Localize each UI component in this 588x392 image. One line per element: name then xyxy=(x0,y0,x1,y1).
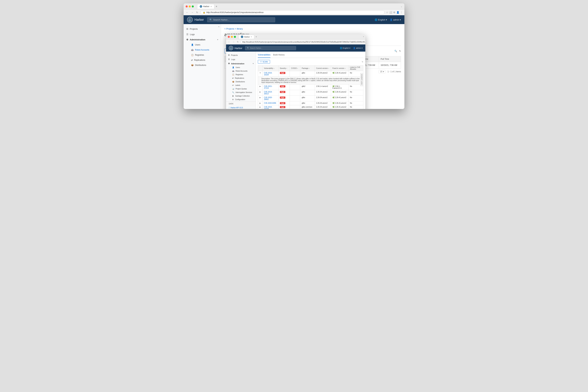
vuln-table-container[interactable]: Vulnerability ▾ Severity ▾ xyxy=(258,65,363,109)
url-field[interactable]: 🔒 http://localhost:8181/harbor/projects/… xyxy=(200,10,385,14)
screenshot-icon[interactable]: ⬜ xyxy=(389,11,392,14)
user-menu[interactable]: 👤 admin ▾ xyxy=(390,18,401,21)
event-log-tab[interactable]: EVENT LOG xyxy=(360,73,363,86)
row-expand-icon[interactable]: ▶ xyxy=(259,91,261,93)
sidebar-item-users[interactable]: 👤 Users xyxy=(185,42,221,47)
filter-icon-vuln[interactable]: ▾ xyxy=(274,68,274,69)
globe-icon-2: 🌐 xyxy=(340,47,342,49)
search-bar[interactable]: 🔍 Search Harbor... xyxy=(207,17,275,22)
sidebar-item-distributions[interactable]: 📦 Distributions xyxy=(185,62,221,68)
minimize-button-2[interactable] xyxy=(231,36,233,38)
sidebar-robot-2[interactable]: 🤖 Robot Accounts xyxy=(227,69,256,73)
tab-close-icon-2[interactable]: ✕ xyxy=(251,36,252,38)
dark-mode-button[interactable]: DARK xyxy=(229,103,233,105)
bookmark-icon[interactable]: ☆ xyxy=(386,11,388,14)
row-expand-icon[interactable]: ▶ xyxy=(259,106,261,108)
reload-button[interactable]: ↻ xyxy=(195,11,199,14)
sidebar-collapse-button[interactable]: « xyxy=(218,26,219,28)
td-expand[interactable]: ▶ xyxy=(258,90,262,96)
breadcrumb-library[interactable]: < library xyxy=(235,28,243,30)
new-tab-button-2[interactable]: + xyxy=(256,36,257,38)
page-size-selector[interactable]: 15 ▾ xyxy=(379,70,386,73)
sidebar-item-projects[interactable]: ⊞ Projects xyxy=(184,26,221,32)
td-expand[interactable]: ▶ xyxy=(258,84,262,90)
td-expand[interactable]: ▶ xyxy=(258,101,262,105)
projects-icon: ⊞ xyxy=(186,28,188,30)
user-label: admin xyxy=(393,18,399,21)
row-expand-icon[interactable]: ▼ xyxy=(259,72,261,74)
filter-icon-cur[interactable]: ▾ xyxy=(328,68,329,69)
td-cvss3 xyxy=(289,96,300,101)
cve-link[interactable]: CVE-2019-25013 xyxy=(264,91,272,95)
td-expand[interactable]: ▶ xyxy=(258,105,262,109)
sidebar-garbage-2[interactable]: 🗑 Garbage Collection xyxy=(227,94,256,98)
sidebar-interrogation-2[interactable]: 🔧 Interrogation Services xyxy=(227,90,256,94)
refresh-icon-2[interactable]: ↻ xyxy=(362,61,363,63)
sidebar-distributions-2[interactable]: 📦 Distributions xyxy=(227,80,256,84)
api-icon: 📄 xyxy=(228,107,230,108)
filter-icon-cvss[interactable]: ▾ xyxy=(297,68,298,69)
maximize-button[interactable] xyxy=(192,6,194,8)
language-selector-2[interactable]: 🌐 English ▾ xyxy=(340,47,350,49)
filter-icon-fix[interactable]: ▾ xyxy=(345,68,346,69)
search-bar-2[interactable]: 🔍 Search Harbor... xyxy=(245,46,296,50)
sidebar-item-logs-2[interactable]: ☰ Logs xyxy=(226,57,256,62)
sidebar-config-2[interactable]: ⚙ Configuration xyxy=(227,98,256,101)
back-button[interactable]: ← xyxy=(185,11,189,14)
sidebar-section-admin-2[interactable]: ⚙ Administration ▾ xyxy=(226,62,256,66)
language-selector[interactable]: 🌐 English ▾ xyxy=(375,18,387,21)
tab-close-icon[interactable]: ✕ xyxy=(210,6,212,8)
browser-tab-2[interactable]: H Harbor ✕ xyxy=(239,35,254,39)
row-expand-icon[interactable]: ▶ xyxy=(259,96,261,98)
forward-button-2[interactable]: → xyxy=(232,40,235,44)
logo-area[interactable]: ⚓ Harbor xyxy=(187,17,204,22)
td-expand[interactable]: ▼ xyxy=(258,71,262,77)
user-menu-2[interactable]: 👤 admin ▾ xyxy=(353,47,363,49)
maximize-button-2[interactable] xyxy=(234,36,236,38)
td-expand[interactable]: ▶ xyxy=(258,96,262,101)
logo-area-2[interactable]: ⚓ Harbor xyxy=(229,46,242,50)
breadcrumb-projects[interactable]: < Projects xyxy=(224,28,234,30)
sidebar-item-logs[interactable]: ☰ Logs xyxy=(184,32,221,37)
sidebar-item-replications[interactable]: ⇄ Replications xyxy=(185,58,221,62)
new-tab-button[interactable]: + xyxy=(216,5,217,8)
sidebar-collapse-button-2[interactable]: « xyxy=(363,36,364,38)
sidebar-project-quotas-2[interactable]: 📊 Project Quotas xyxy=(227,87,256,90)
sidebar-labels-2[interactable]: 🏷 Labels xyxy=(227,84,256,87)
row-expand-icon[interactable]: ▶ xyxy=(259,85,261,87)
sidebar-registries-2[interactable]: 📋 Registries xyxy=(227,73,256,76)
minimize-button[interactable] xyxy=(189,6,191,8)
harbor-api-link[interactable]: 📄 Harbor API V2.0 xyxy=(226,106,256,109)
sidebar-item-robot-accounts[interactable]: 🤖 Robot Accounts xyxy=(185,47,221,52)
tab-build-history[interactable]: Build History xyxy=(273,54,284,57)
sidebar-section-administration[interactable]: ⚙ Administration ▾ xyxy=(184,37,221,42)
url-field-2[interactable]: http://localhost:8181/harbor/projects/1/… xyxy=(240,40,365,44)
sidebar-item-registries[interactable]: 📋 Registries xyxy=(185,52,221,58)
close-button[interactable] xyxy=(186,6,188,8)
search-icon-toolbar[interactable]: 🔍 xyxy=(394,50,397,52)
sidebar-item-projects-2[interactable]: ⊞ Projects xyxy=(226,53,256,57)
scan-button-2[interactable]: 🛡 SCAN xyxy=(258,60,270,64)
menu-icon[interactable]: ⋮ xyxy=(400,11,403,14)
cve-link[interactable]: CVE-2016-10228 xyxy=(264,106,272,109)
cve-link[interactable]: CVE-2020-29562 xyxy=(264,96,272,100)
row-expand-icon[interactable]: ▶ xyxy=(259,102,261,104)
refresh-icon[interactable]: ↻ xyxy=(399,50,401,52)
cve-link[interactable]: CVE-2021-27219 xyxy=(264,85,272,89)
cve-link[interactable]: CVE-2020-6096 xyxy=(264,102,276,104)
forward-button[interactable]: → xyxy=(190,11,194,14)
sidebar-users-2[interactable]: 👤 Users xyxy=(227,66,256,69)
tab-vulnerabilities[interactable]: Vulnerabilities xyxy=(258,54,270,58)
window-expand-icon[interactable]: ⌄ xyxy=(401,5,402,8)
reload-button-2[interactable]: ↻ xyxy=(236,40,239,44)
back-button-2[interactable]: ← xyxy=(227,40,231,44)
filter-icon-sev[interactable]: ▾ xyxy=(286,68,287,69)
profile-icon[interactable]: 👤 xyxy=(396,11,399,14)
sidebar-replications-2[interactable]: ⇄ Replications xyxy=(227,76,256,80)
extension-icon[interactable]: ⚙ xyxy=(393,11,395,14)
filter-icon-pkg[interactable]: ▾ xyxy=(309,68,310,69)
close-button-2[interactable] xyxy=(228,36,230,38)
td-allowlist: No xyxy=(349,105,363,109)
browser-tab-harbor[interactable]: H Harbor ✕ xyxy=(197,4,214,9)
cve-link[interactable]: CVE-2016-10228 xyxy=(264,72,272,76)
